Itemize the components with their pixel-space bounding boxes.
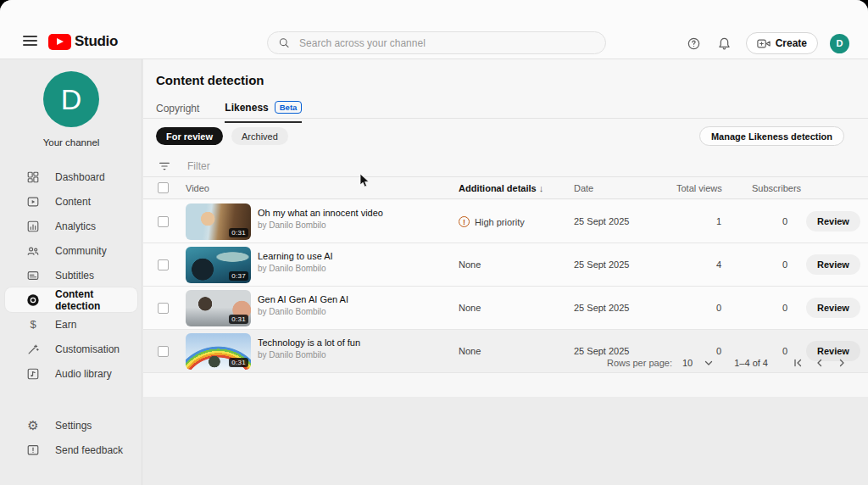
column-total-views[interactable]: Total views bbox=[676, 183, 722, 193]
sidebar-item-settings[interactable]: ⚙ Settings bbox=[0, 413, 142, 438]
sidebar-item-label: Content detection bbox=[55, 288, 137, 312]
account-avatar[interactable]: D bbox=[830, 34, 849, 53]
tab-copyright[interactable]: Copyright bbox=[156, 101, 199, 123]
create-label: Create bbox=[776, 37, 807, 49]
sidebar-item-label: Customisation bbox=[55, 343, 120, 355]
rows-per-page-label: Rows per page: bbox=[607, 358, 672, 368]
row-checkbox[interactable] bbox=[158, 303, 169, 314]
channel-block: D Your channel bbox=[0, 71, 142, 148]
video-thumbnail[interactable]: 0:37 bbox=[186, 247, 251, 283]
total-views-cell: 0 bbox=[643, 303, 721, 313]
duration-badge: 0:37 bbox=[229, 271, 248, 281]
next-page-button[interactable] bbox=[831, 354, 853, 371]
search-bar[interactable] bbox=[267, 31, 606, 54]
review-button[interactable]: Review bbox=[806, 211, 860, 231]
sort-desc-icon: ↓ bbox=[539, 183, 544, 193]
sidebar-item-label: Earn bbox=[55, 319, 76, 331]
table-header: Video Additional details↓ Date Total vie… bbox=[143, 177, 868, 199]
manage-likeness-detection-button[interactable]: Manage Likeness detection bbox=[699, 126, 844, 146]
sidebar-item-label: Subtitles bbox=[55, 270, 94, 282]
sidebar-item-label: Settings bbox=[55, 420, 92, 432]
sidebar-footer: ⚙ Settings Send feedback bbox=[0, 413, 142, 462]
chevron-down-icon bbox=[704, 358, 714, 368]
table-row: 0:37 Learning to use AI by Danilo Bombil… bbox=[143, 243, 868, 287]
video-title[interactable]: Oh my what an innocent video bbox=[258, 208, 383, 218]
high-priority-icon: ! bbox=[459, 216, 470, 227]
sidebar-item-content-detection[interactable]: Content detection bbox=[5, 287, 137, 312]
page-title: Content detection bbox=[156, 73, 264, 87]
beta-badge: Beta bbox=[275, 101, 303, 114]
sidebar-item-audio-library[interactable]: Audio library bbox=[0, 361, 142, 386]
video-author: by Danilo Bombilo bbox=[258, 220, 326, 230]
video-thumbnail[interactable]: 0:31 bbox=[186, 290, 251, 326]
first-page-button[interactable] bbox=[787, 354, 809, 371]
studio-logo[interactable]: Studio bbox=[48, 33, 118, 50]
pagination-bar: Rows per page: 10 1–4 of 4 bbox=[143, 351, 868, 375]
sidebar-item-earn[interactable]: $ Earn bbox=[0, 312, 142, 337]
youtube-play-icon bbox=[48, 34, 71, 50]
prev-page-button[interactable] bbox=[809, 354, 831, 371]
create-button[interactable]: Create bbox=[746, 32, 818, 54]
sidebar-item-analytics[interactable]: Analytics bbox=[0, 214, 142, 238]
tab-likeness[interactable]: Likeness Beta bbox=[225, 101, 302, 123]
tabs-divider bbox=[143, 118, 868, 119]
row-checkbox[interactable] bbox=[158, 216, 169, 227]
notifications-bell-icon[interactable] bbox=[715, 34, 734, 53]
sidebar-item-customisation[interactable]: Customisation bbox=[0, 337, 142, 361]
youtube-studio-app: Studio Create D D Your channel bbox=[0, 0, 868, 485]
sidebar-item-subtitles[interactable]: Subtitles bbox=[0, 263, 142, 287]
sidebar: D Your channel Dashboard Content Analyti… bbox=[0, 59, 142, 485]
select-all-checkbox[interactable] bbox=[158, 182, 169, 193]
content-detection-icon bbox=[25, 293, 41, 308]
feedback-icon bbox=[25, 443, 41, 458]
review-button[interactable]: Review bbox=[806, 254, 860, 275]
rows-per-page-value: 10 bbox=[682, 358, 693, 368]
duration-badge: 0:31 bbox=[229, 315, 248, 324]
review-button[interactable]: Review bbox=[806, 298, 860, 318]
content-icon bbox=[25, 194, 41, 209]
tab-label: Likeness bbox=[225, 102, 268, 114]
settings-gear-icon: ⚙ bbox=[25, 418, 41, 433]
video-thumbnail[interactable]: 0:31 bbox=[186, 203, 251, 240]
column-video[interactable]: Video bbox=[186, 183, 209, 193]
sidebar-item-label: Dashboard bbox=[55, 171, 105, 183]
sidebar-nav: Dashboard Content Analytics Community Su… bbox=[0, 164, 142, 386]
total-views-cell: 1 bbox=[643, 216, 721, 226]
analytics-icon bbox=[25, 219, 41, 234]
pagination-range: 1–4 of 4 bbox=[734, 358, 768, 368]
sidebar-item-content[interactable]: Content bbox=[0, 189, 142, 214]
sidebar-item-community[interactable]: Community bbox=[0, 238, 142, 263]
column-additional-details[interactable]: Additional details↓ bbox=[459, 183, 543, 193]
column-date[interactable]: Date bbox=[574, 183, 593, 193]
tab-label: Copyright bbox=[156, 103, 199, 114]
sidebar-item-dashboard[interactable]: Dashboard bbox=[0, 164, 142, 189]
customisation-icon bbox=[25, 342, 41, 357]
video-author: by Danilo Bombilo bbox=[258, 264, 326, 273]
sidebar-item-label: Audio library bbox=[55, 368, 112, 380]
column-subscribers[interactable]: Subscribers bbox=[752, 183, 801, 193]
sidebar-item-label: Content bbox=[55, 196, 91, 208]
help-icon[interactable] bbox=[685, 34, 704, 53]
date-cell: 25 Sept 2025 bbox=[574, 259, 629, 270]
video-title[interactable]: Technology is a lot of fun bbox=[258, 337, 360, 348]
row-checkbox[interactable] bbox=[158, 259, 169, 270]
video-title[interactable]: Gen AI Gen AI Gen AI bbox=[258, 294, 348, 304]
menu-icon[interactable] bbox=[23, 36, 37, 47]
table-row: 0:31 Gen AI Gen AI Gen AI by Danilo Bomb… bbox=[143, 287, 868, 330]
duration-badge: 0:31 bbox=[229, 228, 248, 237]
filter-icon bbox=[158, 159, 171, 173]
search-input[interactable] bbox=[298, 36, 595, 50]
chip-archived[interactable]: Archived bbox=[231, 127, 288, 145]
video-title[interactable]: Learning to use AI bbox=[258, 251, 333, 261]
dashboard-icon bbox=[25, 170, 41, 185]
create-camera-icon bbox=[757, 38, 771, 49]
search-icon bbox=[278, 36, 290, 49]
rows-per-page-select[interactable]: 10 bbox=[682, 358, 714, 368]
sidebar-item-send-feedback[interactable]: Send feedback bbox=[0, 438, 142, 462]
channel-avatar[interactable]: D bbox=[43, 71, 99, 127]
brand-text: Studio bbox=[75, 33, 118, 50]
sidebar-item-label: Community bbox=[55, 245, 107, 257]
filter-input[interactable] bbox=[186, 159, 355, 173]
chip-for-review[interactable]: For review bbox=[156, 127, 223, 145]
subscribers-cell: 0 bbox=[720, 303, 787, 313]
